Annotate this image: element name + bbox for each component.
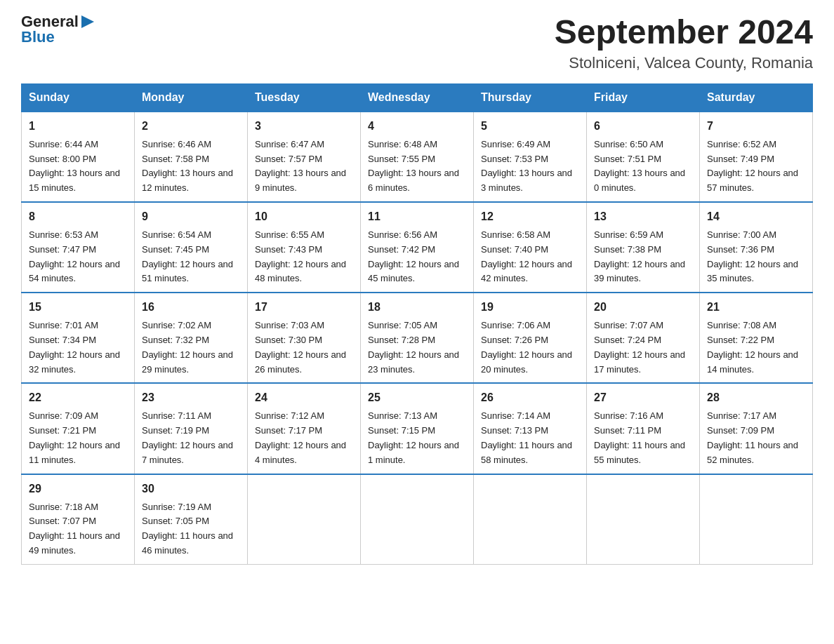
calendar-cell: 18Sunrise: 7:05 AMSunset: 7:28 PMDayligh…	[361, 293, 474, 383]
day-number: 5	[481, 118, 579, 135]
day-number: 27	[594, 389, 692, 406]
day-info: Sunrise: 6:55 AMSunset: 7:43 PMDaylight:…	[255, 228, 353, 286]
calendar-cell: 10Sunrise: 6:55 AMSunset: 7:43 PMDayligh…	[248, 202, 361, 293]
weekday-header-monday: Monday	[135, 83, 248, 112]
day-number: 13	[594, 208, 692, 225]
day-number: 11	[368, 208, 466, 225]
day-info: Sunrise: 6:44 AMSunset: 8:00 PMDaylight:…	[29, 137, 127, 196]
calendar-week-row: 8Sunrise: 6:53 AMSunset: 7:47 PMDaylight…	[22, 202, 813, 293]
calendar-title: September 2024	[555, 14, 813, 51]
calendar-header-row: SundayMondayTuesdayWednesdayThursdayFrid…	[22, 83, 813, 112]
day-number: 16	[142, 299, 240, 316]
day-info: Sunrise: 6:53 AMSunset: 7:47 PMDaylight:…	[29, 228, 127, 286]
day-number: 24	[255, 389, 353, 406]
calendar-cell: 3Sunrise: 6:47 AMSunset: 7:57 PMDaylight…	[248, 112, 361, 202]
day-number: 1	[29, 118, 127, 135]
weekday-header-tuesday: Tuesday	[248, 83, 361, 112]
day-info: Sunrise: 7:19 AMSunset: 7:05 PMDaylight:…	[142, 500, 240, 558]
day-number: 20	[594, 299, 692, 316]
calendar-subtitle: Stolniceni, Valcea County, Romania	[555, 54, 813, 72]
day-info: Sunrise: 7:18 AMSunset: 7:07 PMDaylight:…	[29, 500, 127, 558]
day-info: Sunrise: 7:13 AMSunset: 7:15 PMDaylight:…	[368, 409, 466, 467]
calendar-cell: 13Sunrise: 6:59 AMSunset: 7:38 PMDayligh…	[587, 202, 700, 293]
calendar-cell: 14Sunrise: 7:00 AMSunset: 7:36 PMDayligh…	[700, 202, 813, 293]
calendar-cell: 12Sunrise: 6:58 AMSunset: 7:40 PMDayligh…	[474, 202, 587, 293]
day-number: 15	[29, 299, 127, 316]
calendar-cell: 7Sunrise: 6:52 AMSunset: 7:49 PMDaylight…	[700, 112, 813, 202]
day-info: Sunrise: 6:52 AMSunset: 7:49 PMDaylight:…	[707, 137, 805, 196]
calendar-cell: 21Sunrise: 7:08 AMSunset: 7:22 PMDayligh…	[700, 293, 813, 383]
day-info: Sunrise: 6:58 AMSunset: 7:40 PMDaylight:…	[481, 228, 579, 286]
calendar-table: SundayMondayTuesdayWednesdayThursdayFrid…	[21, 83, 813, 565]
calendar-cell: 29Sunrise: 7:18 AMSunset: 7:07 PMDayligh…	[22, 474, 135, 565]
day-number: 18	[368, 299, 466, 316]
calendar-week-row: 22Sunrise: 7:09 AMSunset: 7:21 PMDayligh…	[22, 383, 813, 474]
day-info: Sunrise: 6:48 AMSunset: 7:55 PMDaylight:…	[368, 137, 466, 196]
weekday-header-sunday: Sunday	[22, 83, 135, 112]
day-number: 8	[29, 208, 127, 225]
day-info: Sunrise: 7:02 AMSunset: 7:32 PMDaylight:…	[142, 318, 240, 377]
calendar-cell: 28Sunrise: 7:17 AMSunset: 7:09 PMDayligh…	[700, 383, 813, 474]
calendar-cell: 1Sunrise: 6:44 AMSunset: 8:00 PMDaylight…	[22, 112, 135, 202]
day-number: 12	[481, 208, 579, 225]
day-info: Sunrise: 6:59 AMSunset: 7:38 PMDaylight:…	[594, 228, 692, 286]
day-number: 29	[29, 481, 127, 497]
day-info: Sunrise: 6:50 AMSunset: 7:51 PMDaylight:…	[594, 137, 692, 196]
day-number: 10	[255, 208, 353, 225]
day-number: 6	[594, 118, 692, 135]
calendar-week-row: 15Sunrise: 7:01 AMSunset: 7:34 PMDayligh…	[22, 293, 813, 383]
svg-marker-0	[81, 15, 94, 28]
day-number: 28	[707, 389, 805, 406]
day-number: 19	[481, 299, 579, 316]
weekday-header-thursday: Thursday	[474, 83, 587, 112]
calendar-cell	[361, 474, 474, 565]
calendar-cell: 25Sunrise: 7:13 AMSunset: 7:15 PMDayligh…	[361, 383, 474, 474]
logo: General Blue	[21, 14, 94, 45]
day-number: 25	[368, 389, 466, 406]
day-info: Sunrise: 6:54 AMSunset: 7:45 PMDaylight:…	[142, 228, 240, 286]
calendar-cell: 22Sunrise: 7:09 AMSunset: 7:21 PMDayligh…	[22, 383, 135, 474]
weekday-header-wednesday: Wednesday	[361, 83, 474, 112]
calendar-cell: 27Sunrise: 7:16 AMSunset: 7:11 PMDayligh…	[587, 383, 700, 474]
day-number: 23	[142, 389, 240, 406]
calendar-cell: 15Sunrise: 7:01 AMSunset: 7:34 PMDayligh…	[22, 293, 135, 383]
calendar-cell: 11Sunrise: 6:56 AMSunset: 7:42 PMDayligh…	[361, 202, 474, 293]
day-info: Sunrise: 6:46 AMSunset: 7:58 PMDaylight:…	[142, 137, 240, 196]
calendar-cell: 30Sunrise: 7:19 AMSunset: 7:05 PMDayligh…	[135, 474, 248, 565]
calendar-cell: 17Sunrise: 7:03 AMSunset: 7:30 PMDayligh…	[248, 293, 361, 383]
calendar-cell: 4Sunrise: 6:48 AMSunset: 7:55 PMDaylight…	[361, 112, 474, 202]
day-info: Sunrise: 7:09 AMSunset: 7:21 PMDaylight:…	[29, 409, 127, 467]
calendar-cell: 16Sunrise: 7:02 AMSunset: 7:32 PMDayligh…	[135, 293, 248, 383]
day-info: Sunrise: 6:47 AMSunset: 7:57 PMDaylight:…	[255, 137, 353, 196]
day-number: 21	[707, 299, 805, 316]
day-number: 26	[481, 389, 579, 406]
day-number: 14	[707, 208, 805, 225]
day-number: 9	[142, 208, 240, 225]
day-info: Sunrise: 7:03 AMSunset: 7:30 PMDaylight:…	[255, 318, 353, 377]
logo-text-general: General	[21, 14, 79, 29]
calendar-cell: 6Sunrise: 6:50 AMSunset: 7:51 PMDaylight…	[587, 112, 700, 202]
calendar-week-row: 29Sunrise: 7:18 AMSunset: 7:07 PMDayligh…	[22, 474, 813, 565]
day-number: 2	[142, 118, 240, 135]
calendar-cell: 19Sunrise: 7:06 AMSunset: 7:26 PMDayligh…	[474, 293, 587, 383]
calendar-cell: 23Sunrise: 7:11 AMSunset: 7:19 PMDayligh…	[135, 383, 248, 474]
title-block: September 2024 Stolniceni, Valcea County…	[555, 14, 813, 72]
day-info: Sunrise: 7:05 AMSunset: 7:28 PMDaylight:…	[368, 318, 466, 377]
day-info: Sunrise: 6:49 AMSunset: 7:53 PMDaylight:…	[481, 137, 579, 196]
day-number: 3	[255, 118, 353, 135]
calendar-cell	[248, 474, 361, 565]
calendar-cell	[700, 474, 813, 565]
calendar-cell: 2Sunrise: 6:46 AMSunset: 7:58 PMDaylight…	[135, 112, 248, 202]
day-number: 17	[255, 299, 353, 316]
day-number: 7	[707, 118, 805, 135]
day-info: Sunrise: 7:07 AMSunset: 7:24 PMDaylight:…	[594, 318, 692, 377]
calendar-cell	[474, 474, 587, 565]
weekday-header-saturday: Saturday	[700, 83, 813, 112]
calendar-cell: 24Sunrise: 7:12 AMSunset: 7:17 PMDayligh…	[248, 383, 361, 474]
calendar-cell: 8Sunrise: 6:53 AMSunset: 7:47 PMDaylight…	[22, 202, 135, 293]
calendar-cell: 26Sunrise: 7:14 AMSunset: 7:13 PMDayligh…	[474, 383, 587, 474]
weekday-header-friday: Friday	[587, 83, 700, 112]
day-number: 30	[142, 481, 240, 497]
day-info: Sunrise: 7:11 AMSunset: 7:19 PMDaylight:…	[142, 409, 240, 467]
day-info: Sunrise: 7:06 AMSunset: 7:26 PMDaylight:…	[481, 318, 579, 377]
